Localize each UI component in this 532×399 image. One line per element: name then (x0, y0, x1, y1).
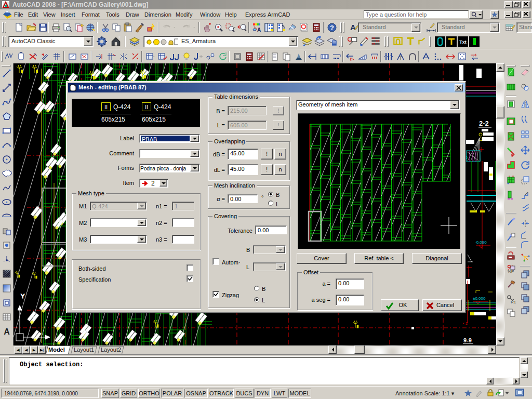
svg-text:Y: Y (21, 293, 25, 299)
svg-text:-0,090: -0,090 (475, 240, 487, 245)
svg-text:9-9: 9-9 (463, 337, 472, 343)
svg-text:R1: R1 (511, 300, 516, 304)
svg-text:A: A (350, 23, 356, 32)
svg-text:%P: %P (508, 269, 514, 274)
svg-text:±0,000: ±0,000 (473, 296, 486, 301)
svg-text:A: A (4, 327, 10, 336)
svg-text:?: ? (330, 24, 334, 32)
svg-text:A: A (257, 27, 261, 33)
svg-text:Txt: Txt (459, 39, 467, 45)
svg-text:2-2: 2-2 (479, 119, 489, 127)
svg-text:× 2: × 2 (462, 322, 468, 325)
